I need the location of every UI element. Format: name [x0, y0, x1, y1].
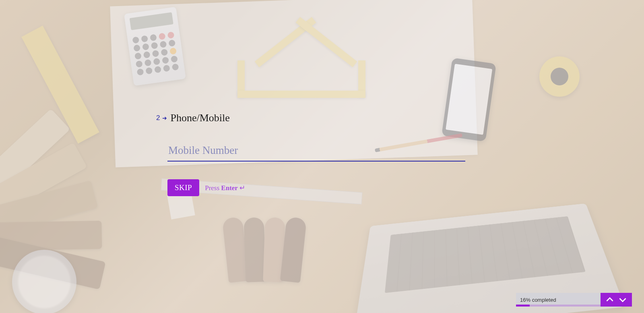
chevron-down-icon — [617, 294, 628, 305]
hint-key: Enter — [221, 184, 238, 192]
hint-prefix: Press — [205, 184, 221, 192]
press-enter-hint: Press Enter ↵ — [205, 184, 245, 192]
enter-key-icon: ↵ — [239, 184, 245, 192]
question-number: 2 — [156, 114, 160, 122]
progress-track — [516, 305, 601, 307]
progress-label: 16% completed — [520, 297, 597, 303]
mobile-number-input[interactable] — [167, 143, 465, 162]
chevron-up-icon — [605, 294, 615, 305]
question-title: Phone/Mobile — [170, 112, 229, 124]
controls-row: SKIP Press Enter ↵ — [167, 179, 478, 196]
next-question-button[interactable] — [617, 294, 628, 305]
form-question: 2 ➜ Phone/Mobile SKIP Press Enter ↵ — [156, 112, 478, 196]
input-container — [167, 143, 478, 162]
previous-question-button[interactable] — [605, 294, 615, 305]
arrow-right-icon: ➜ — [162, 115, 167, 121]
footer-widget: 16% completed — [516, 293, 632, 307]
question-header: 2 ➜ Phone/Mobile — [156, 112, 478, 124]
progress-fill — [516, 305, 530, 307]
progress-box: 16% completed — [516, 293, 601, 307]
skip-button[interactable]: SKIP — [167, 179, 199, 196]
nav-buttons — [601, 293, 632, 307]
